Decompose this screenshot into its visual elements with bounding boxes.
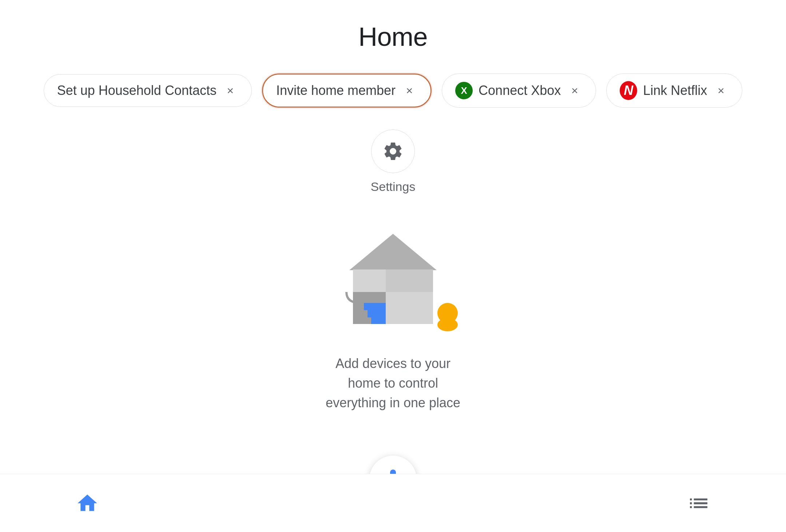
netflix-icon: N xyxy=(620,82,637,99)
chip-invite-home-member-close[interactable]: × xyxy=(401,83,417,99)
house-svg xyxy=(317,223,469,336)
chip-household-contacts-label: Set up Household Contacts xyxy=(57,83,217,98)
page-title: Home xyxy=(0,0,786,52)
chip-connect-xbox-label: Connect Xbox xyxy=(479,83,561,98)
settings-label: Settings xyxy=(371,180,416,194)
bottom-nav xyxy=(0,474,786,532)
xbox-icon: X xyxy=(455,82,473,99)
svg-rect-5 xyxy=(364,303,386,310)
chip-invite-home-member[interactable]: Invite home member × xyxy=(262,73,432,108)
chip-connect-xbox[interactable]: X Connect Xbox × xyxy=(442,73,596,108)
chip-household-contacts[interactable]: Set up Household Contacts × xyxy=(44,74,252,107)
svg-rect-6 xyxy=(368,310,386,317)
svg-text:X: X xyxy=(461,85,467,96)
svg-point-11 xyxy=(437,303,458,323)
suggestions-row: Set up Household Contacts × Invite home … xyxy=(0,73,786,108)
home-nav-button[interactable] xyxy=(73,489,102,518)
chip-link-netflix-label: Link Netflix xyxy=(643,83,707,98)
menu-nav-button[interactable] xyxy=(684,489,713,518)
chip-invite-home-member-label: Invite home member xyxy=(276,83,396,98)
svg-rect-9 xyxy=(386,269,433,292)
svg-marker-2 xyxy=(349,234,437,270)
house-illustration xyxy=(0,223,786,336)
chip-link-netflix-close[interactable]: × xyxy=(713,83,729,99)
settings-button[interactable] xyxy=(371,129,415,173)
empty-state-text: Add devices to yourhome to controleveryt… xyxy=(0,354,786,413)
chip-household-contacts-close[interactable]: × xyxy=(222,83,238,99)
settings-section: Settings xyxy=(0,129,786,194)
svg-rect-7 xyxy=(371,317,386,324)
chip-connect-xbox-close[interactable]: × xyxy=(567,83,583,99)
chip-link-netflix[interactable]: N Link Netflix × xyxy=(606,73,742,108)
